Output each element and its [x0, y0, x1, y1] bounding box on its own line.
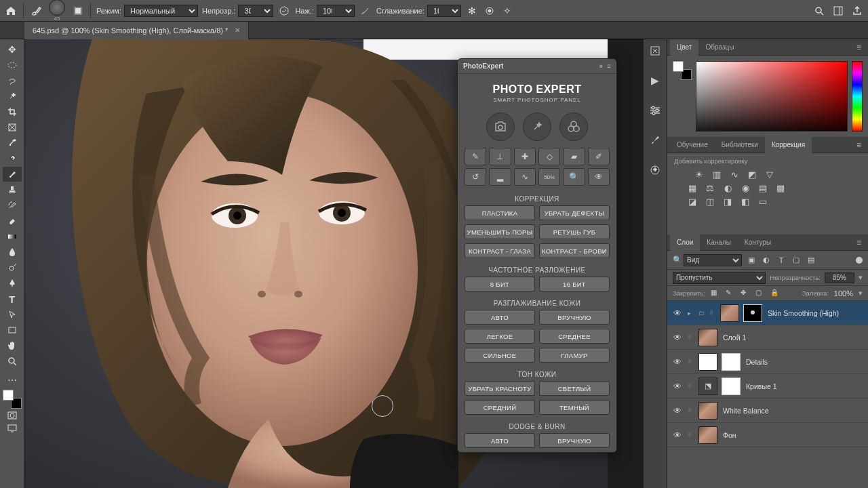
home-icon[interactable]: [4, 4, 18, 18]
opacity-select[interactable]: 30%: [238, 5, 273, 17]
plugin-button[interactable]: ВРУЧНУЮ: [539, 433, 610, 448]
marquee-tool[interactable]: [3, 58, 22, 73]
document-tab[interactable]: 645.psd @ 100% (Skin Smoothing (High), С…: [24, 22, 249, 39]
filter-pixel-icon[interactable]: ▣: [746, 255, 757, 266]
blend-mode[interactable]: Режим: Нормальный: [96, 5, 198, 17]
gradient-map-icon[interactable]: ▭: [757, 196, 769, 207]
lock-trans-icon[interactable]: ▦: [711, 289, 720, 298]
layer-thumb[interactable]: [698, 329, 717, 346]
shape-tool[interactable]: [3, 323, 22, 338]
plugin-button[interactable]: УБРАТЬ КРАСНОТУ: [465, 381, 535, 396]
tab-paths[interactable]: Контуры: [738, 235, 778, 251]
tool-pen-icon[interactable]: ✐: [588, 148, 610, 165]
move-tool[interactable]: ✥: [3, 42, 22, 57]
share-icon[interactable]: [850, 4, 864, 18]
tool-lasso-icon[interactable]: ↺: [465, 168, 486, 186]
color-swatch[interactable]: [3, 390, 22, 409]
layer-row[interactable]: 👁▸🗀𝟾Skin Smoothing (High): [667, 301, 868, 325]
tab-layers[interactable]: Слои: [670, 235, 700, 251]
plugin-button[interactable]: СИЛЬНОЕ: [465, 348, 535, 363]
layer-row[interactable]: 👁𝟾⬔Кривые 1: [667, 374, 868, 399]
pressure-opacity-icon[interactable]: [277, 4, 291, 18]
threshold-icon[interactable]: ◨: [722, 196, 734, 207]
visibility-icon[interactable]: 👁: [671, 357, 684, 367]
tool-levels-icon[interactable]: ▂: [489, 168, 511, 186]
flow-select[interactable]: 100%: [317, 5, 355, 17]
plugin-button[interactable]: ЛЕГКОЕ: [465, 329, 535, 344]
color-wheel-icon[interactable]: [559, 113, 588, 141]
tool-curves-icon[interactable]: ∿: [514, 168, 536, 186]
gear-icon[interactable]: ✻: [465, 4, 479, 18]
layer-thumb[interactable]: [698, 402, 717, 420]
filter-shape-icon[interactable]: ▢: [791, 255, 802, 266]
actions-icon[interactable]: ▶: [646, 72, 664, 89]
exposure-icon[interactable]: ◩: [746, 169, 758, 180]
crop-tool[interactable]: [3, 104, 22, 119]
tool-stamp-icon[interactable]: ⊥: [489, 148, 511, 165]
flow-field[interactable]: Наж.: 100%: [295, 5, 355, 17]
smoothing-field[interactable]: Сглаживание: 10%: [376, 5, 461, 17]
plugin-button[interactable]: АВТО: [465, 310, 535, 325]
plugin-button[interactable]: СРЕДНИЙ: [465, 400, 535, 415]
brush-preset-icon[interactable]: [29, 4, 43, 18]
blur-tool[interactable]: [3, 245, 22, 260]
smoothing-select[interactable]: 10%: [427, 5, 461, 17]
filter-type-icon[interactable]: T: [776, 255, 787, 266]
layer-opacity[interactable]: 85%: [825, 272, 854, 283]
bw-icon[interactable]: ◐: [722, 182, 734, 193]
visibility-icon[interactable]: 👁: [671, 308, 684, 318]
layer-mask[interactable]: [722, 378, 741, 395]
filter-adjust-icon[interactable]: ◐: [761, 255, 772, 266]
plugin-button[interactable]: ГЛАМУР: [539, 348, 610, 363]
quickmask-icon[interactable]: [3, 409, 22, 422]
symmetry-icon[interactable]: ✧: [500, 4, 514, 18]
opacity-field[interactable]: Непрозр.: 30%: [202, 5, 273, 17]
plugin-button[interactable]: КОНТРАСТ - ГЛАЗА: [465, 243, 535, 258]
brightness-icon[interactable]: ☀: [693, 169, 705, 180]
lasso-tool[interactable]: [3, 73, 22, 88]
mixer-icon[interactable]: ▤: [757, 182, 769, 193]
brushes-icon[interactable]: [646, 131, 664, 149]
vibrance-icon[interactable]: ▽: [764, 169, 776, 180]
plugin-button[interactable]: 8 БИТ: [465, 277, 535, 291]
plugin-button[interactable]: ВРУЧНУЮ: [539, 310, 610, 325]
layer-row[interactable]: 👁𝟾White Balance: [667, 399, 868, 423]
plugin-icon[interactable]: [646, 161, 664, 179]
lookup-icon[interactable]: ▩: [774, 182, 787, 193]
filter-smart-icon[interactable]: ▤: [806, 255, 816, 266]
color-field[interactable]: [696, 61, 848, 131]
pen-tool[interactable]: [3, 276, 22, 291]
plugin-button[interactable]: СРЕДНЕЕ: [539, 329, 610, 344]
airbrush-icon[interactable]: [359, 4, 372, 18]
tab-swatches[interactable]: Образцы: [698, 39, 741, 56]
layer-thumb[interactable]: ⬔: [698, 378, 717, 395]
plugin-button[interactable]: АВТО: [465, 433, 535, 448]
layer-row[interactable]: 👁𝟾Фон: [667, 423, 868, 447]
pressure-size-icon[interactable]: [483, 4, 496, 18]
screenmode-icon[interactable]: [3, 422, 22, 434]
dodge-tool[interactable]: [3, 260, 22, 275]
balance-icon[interactable]: ⚖: [704, 182, 716, 193]
tool-eraser-icon[interactable]: ▰: [563, 148, 585, 165]
tool-eye-icon[interactable]: 👁: [588, 168, 610, 186]
layer-row[interactable]: 👁𝟾Слой 1: [667, 325, 868, 350]
layer-mask[interactable]: [743, 304, 762, 322]
panel-menu-icon[interactable]: ≡: [852, 43, 865, 52]
photofilter-icon[interactable]: ◉: [739, 182, 751, 193]
layer-thumb[interactable]: [698, 426, 717, 444]
close-icon[interactable]: ✕: [235, 26, 240, 34]
hand-tool[interactable]: [3, 338, 22, 353]
visibility-icon[interactable]: 👁: [671, 333, 684, 342]
tool-brush-icon[interactable]: ✎: [465, 148, 486, 165]
workspace-icon[interactable]: [831, 4, 845, 18]
search-icon[interactable]: [812, 4, 826, 18]
layer-row[interactable]: 👁𝟾Details: [667, 350, 868, 374]
plugin-button[interactable]: КОНТРАСТ - БРОВИ: [539, 243, 610, 258]
lock-pos-icon[interactable]: ✥: [741, 289, 750, 298]
layer-fill[interactable]: 100%: [834, 289, 853, 298]
plugin-header[interactable]: PhotoExpert »≡: [458, 59, 616, 74]
invert-icon[interactable]: ◪: [686, 196, 698, 207]
plugin-button[interactable]: ТЕМНЫЙ: [539, 400, 610, 415]
frame-tool[interactable]: [3, 120, 22, 135]
tab-channels[interactable]: Каналы: [700, 235, 738, 251]
